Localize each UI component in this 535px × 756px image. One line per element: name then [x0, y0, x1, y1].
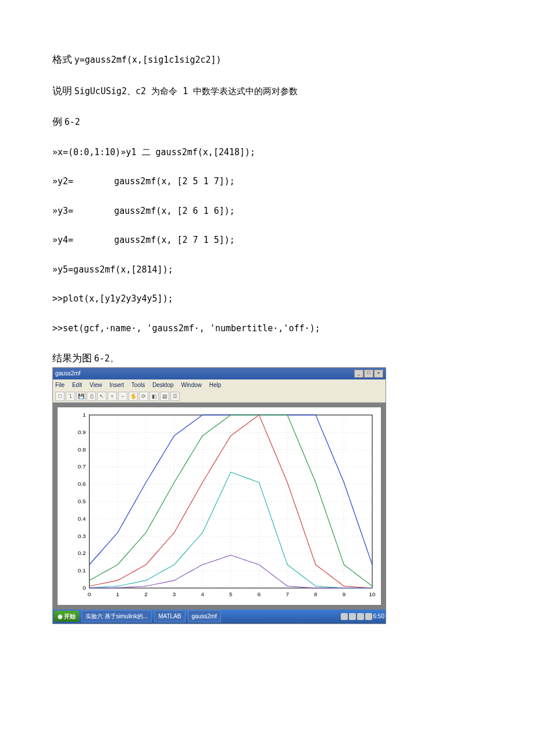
new-icon[interactable]: □	[55, 392, 65, 401]
svg-text:1: 1	[116, 590, 119, 597]
code-line-5: »y5=gauss2mf(x,[2814]);	[52, 263, 483, 277]
tool-bar: □ ⤵ 💾 ⎙ ↖ + − ✋ ⟳ ◧ ▤ ☰	[53, 390, 386, 403]
svg-text:2: 2	[144, 590, 148, 597]
window-buttons: _ □ ×	[354, 370, 383, 378]
code-y3b: gauss2mf(x, [2 6 1 6]);	[114, 206, 235, 216]
menu-tools[interactable]: Tools	[131, 382, 145, 388]
minimize-button[interactable]: _	[354, 370, 363, 378]
label-example: 例	[52, 116, 62, 127]
code-y4b: gauss2mf(x, [2 7 1 5]);	[114, 235, 235, 245]
tray-icon[interactable]	[357, 613, 364, 620]
text-desc: SigUcUSig2、c2 为命令 1 中数学表达式中的两对参数	[74, 86, 298, 96]
pan-icon[interactable]: ✋	[129, 392, 138, 401]
svg-text:0: 0	[88, 590, 91, 597]
code-line-1: »x=(0:0,1:10)»y1 二 gauss2mf(x,[2418]);	[52, 146, 483, 159]
svg-text:0.4: 0.4	[78, 515, 86, 521]
label-desc: 说明	[52, 85, 72, 96]
svg-text:6: 6	[258, 590, 261, 597]
svg-text:4: 4	[201, 590, 204, 597]
line-example: 例 6-2	[52, 114, 483, 130]
svg-text:0.8: 0.8	[78, 446, 86, 452]
svg-text:8: 8	[314, 590, 318, 597]
tray-icon[interactable]	[341, 613, 348, 620]
window-titlebar[interactable]: gauss2mf _ □ ×	[53, 368, 386, 379]
svg-text:0.2: 0.2	[78, 550, 86, 556]
svg-text:0.3: 0.3	[78, 532, 86, 539]
document-page: 格式 y=gauss2mf(x,[sig1c1sig2c2]) 说明 SigUc…	[0, 0, 535, 647]
code-line-4: »y4=gauss2mf(x, [2 7 1 5]);	[52, 234, 483, 247]
text-example: 6-2	[65, 117, 80, 127]
system-tray: 6:50	[341, 612, 384, 621]
svg-text:10: 10	[369, 590, 376, 597]
save-icon[interactable]: 💾	[76, 392, 85, 401]
svg-text:7: 7	[286, 590, 289, 597]
menu-insert[interactable]: Insert	[109, 382, 124, 388]
code-y2a: »y2=	[52, 176, 73, 187]
start-button[interactable]: ◉ 开始	[54, 611, 79, 622]
open-icon[interactable]: ⤵	[66, 392, 75, 401]
code-line-3: »y3=gauss2mf(x, [2 6 1 6]);	[52, 205, 483, 218]
colorbar-icon[interactable]: ▤	[160, 392, 169, 401]
start-label: 开始	[64, 612, 76, 621]
svg-text:0.5: 0.5	[78, 498, 86, 504]
svg-text:0.9: 0.9	[78, 428, 86, 435]
legend-icon[interactable]: ☰	[170, 392, 180, 401]
code-y3a: »y3=	[52, 206, 73, 216]
svg-text:0.1: 0.1	[78, 567, 86, 574]
caption-b: 6-2。	[94, 353, 119, 364]
menu-file[interactable]: File	[55, 382, 65, 388]
label-format: 格式	[52, 54, 72, 65]
plot-svg: 01234567891000.10.20.30.40.50.60.70.80.9…	[58, 407, 381, 605]
caption-a: 结果为图	[52, 353, 92, 364]
close-button[interactable]: ×	[374, 370, 383, 378]
svg-text:5: 5	[229, 590, 233, 597]
figure-caption: 结果为图 6-2。	[52, 351, 483, 366]
maximize-button[interactable]: □	[364, 370, 373, 378]
line-format: 格式 y=gauss2mf(x,[sig1c1sig2c2])	[52, 52, 483, 67]
matlab-figure-window: gauss2mf _ □ × File Edit View Insert Too…	[52, 367, 386, 624]
menu-help[interactable]: Help	[209, 382, 222, 388]
taskbar-item-2[interactable]: MATLAB	[154, 610, 185, 622]
plot-axes: 01234567891000.10.20.30.40.50.60.70.80.9…	[58, 407, 381, 605]
rotate-icon[interactable]: ⟳	[139, 392, 148, 401]
svg-text:0.6: 0.6	[78, 481, 86, 487]
clock: 6:50	[373, 612, 384, 621]
svg-text:3: 3	[173, 590, 176, 597]
pointer-icon[interactable]: ↖	[97, 392, 106, 401]
code-y4a: »y4=	[52, 235, 73, 245]
code-y2b: gauss2mf(x, [2 5 1 7]);	[114, 176, 235, 187]
svg-text:0: 0	[83, 584, 86, 590]
code-line-7: >>set(gcf,·name·, 'gauss2mf·, 'numbertit…	[52, 322, 483, 335]
taskbar-item-3[interactable]: gauss2mf	[188, 610, 221, 622]
tray-icon[interactable]	[365, 613, 372, 620]
plot-canvas: 01234567891000.10.20.30.40.50.60.70.80.9…	[53, 403, 386, 610]
code-line-2: »y2=gauss2mf(x, [2 5 1 7]);	[52, 175, 483, 188]
taskbar-item-1[interactable]: 实验六 基于simulink的...	[81, 610, 152, 622]
menu-bar: File Edit View Insert Tools Desktop Wind…	[53, 379, 386, 390]
os-taskbar: ◉ 开始 实验六 基于simulink的... MATLAB gauss2mf …	[53, 610, 386, 624]
menu-desktop[interactable]: Desktop	[152, 382, 174, 388]
code-line-6: >>plot(x,[y1y2y3y4y5]);	[52, 292, 483, 306]
menu-window[interactable]: Window	[181, 382, 202, 388]
datacursor-icon[interactable]: ◧	[149, 392, 159, 401]
window-title: gauss2mf	[55, 369, 80, 378]
tray-icon[interactable]	[349, 613, 356, 620]
line-desc: 说明 SigUcUSig2、c2 为命令 1 中数学表达式中的两对参数	[52, 84, 483, 99]
zoomin-icon[interactable]: +	[108, 392, 117, 401]
menu-edit[interactable]: Edit	[72, 382, 82, 388]
zoomout-icon[interactable]: −	[118, 392, 127, 401]
code-format: y=gauss2mf(x,[sig1c1sig2c2])	[74, 55, 222, 65]
svg-text:9: 9	[343, 590, 346, 597]
svg-text:0.7: 0.7	[78, 463, 86, 470]
start-icon: ◉	[58, 612, 63, 621]
print-icon[interactable]: ⎙	[87, 392, 96, 401]
menu-view[interactable]: View	[90, 382, 102, 388]
svg-text:1: 1	[83, 411, 86, 418]
